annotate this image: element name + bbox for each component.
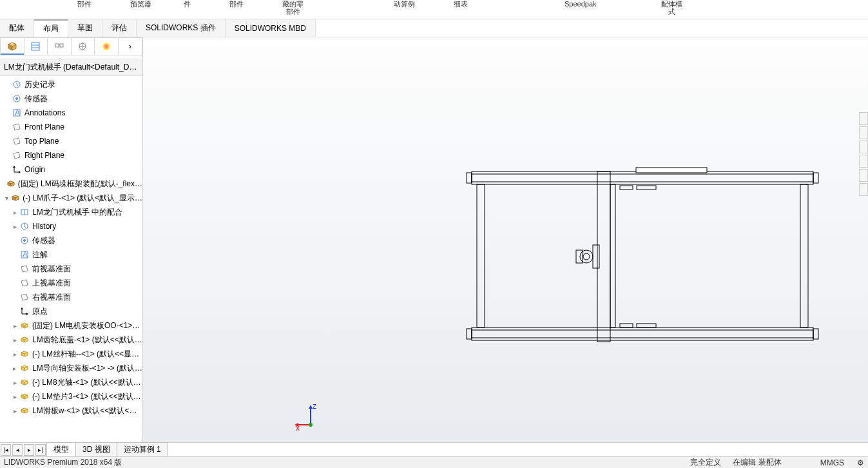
- status-defined: 完全定义: [690, 457, 721, 468]
- svg-text:z: z: [313, 402, 316, 411]
- origin-icon: [12, 164, 22, 175]
- tree-label: 前视基准面: [32, 264, 71, 275]
- tree-node[interactable]: Right Plane: [0, 148, 142, 162]
- assembly-root-node[interactable]: LM龙门式机械手 (Default<Default_D…: [0, 59, 142, 76]
- tree-node[interactable]: ▸LM导向轴安装板-<1> -> (默认…: [0, 361, 142, 375]
- svg-rect-52: [636, 168, 707, 173]
- command-tab-0[interactable]: 配体: [0, 19, 34, 37]
- task-tab[interactable]: [859, 169, 868, 182]
- display-manager-tab[interactable]: [95, 38, 119, 55]
- status-settings-icon[interactable]: ⚙: [857, 458, 864, 467]
- tree-node[interactable]: AAnnotations: [0, 106, 142, 120]
- command-tab-2[interactable]: 草图: [68, 19, 102, 37]
- tree-node[interactable]: 传感器: [0, 92, 142, 106]
- command-tab-4[interactable]: SOLIDWORKS 插件: [137, 19, 226, 37]
- bottom-tab-2[interactable]: 运动算例 1: [117, 442, 168, 457]
- tree-node[interactable]: ▸LM滑板w-<1> (默认<<默认<…: [0, 404, 142, 418]
- asm-icon: [11, 193, 20, 203]
- feature-tree: 历史记录传感器AAnnotationsFront PlaneTop PlaneR…: [0, 76, 142, 445]
- tab-nav-first[interactable]: |◂: [1, 444, 11, 456]
- dimxpert-tab[interactable]: [72, 38, 95, 55]
- tree-label: 右视基准面: [32, 292, 71, 303]
- feature-tree-tab[interactable]: [1, 38, 24, 55]
- tree-node[interactable]: ▾(-) LM爪子-<1> (默认<默认_显示…: [0, 191, 142, 205]
- tree-node[interactable]: 上视基准面: [0, 276, 142, 290]
- tree-node[interactable]: ▸(-) LM丝杆轴--<1> (默认<<显…: [0, 347, 142, 361]
- part-icon: [19, 377, 30, 387]
- svg-rect-56: [637, 324, 656, 327]
- svg-rect-53: [620, 186, 633, 190]
- tree-label: (固定) LM码垛框架装配(默认-_flex…: [18, 179, 142, 190]
- label: 部件: [229, 0, 244, 8]
- tree-node[interactable]: ▸History: [0, 219, 142, 233]
- tree-label: Origin: [24, 165, 45, 174]
- plane-icon: [12, 122, 22, 132]
- label: 细表: [454, 0, 468, 8]
- sensor-icon: [12, 93, 22, 104]
- svg-marker-42: [21, 307, 23, 309]
- tree-node[interactable]: Front Plane: [0, 120, 142, 134]
- tree-node[interactable]: 右视基准面: [0, 290, 142, 304]
- label: 预览器: [130, 0, 151, 8]
- tree-node[interactable]: ▸LM齿轮底盖-<1> (默认<<默认…: [0, 333, 142, 347]
- tree-node[interactable]: (固定) LM码垛框架装配(默认-_flex…: [0, 177, 142, 191]
- tree-label: (-) LM垫片3-<1> (默认<<默认…: [32, 391, 141, 402]
- history-icon: [12, 79, 22, 90]
- drag-handle-icon[interactable]: ○: [58, 55, 62, 63]
- status-units[interactable]: MMGS: [820, 458, 844, 467]
- task-tab[interactable]: [859, 126, 868, 139]
- svg-text:A: A: [23, 250, 28, 259]
- tree-label: Front Plane: [24, 122, 64, 132]
- orientation-triad[interactable]: z x: [294, 402, 327, 434]
- command-tab-1[interactable]: 布局: [34, 19, 68, 37]
- tree-node[interactable]: ▸(-) LM垫片3-<1> (默认<<默认…: [0, 389, 142, 404]
- expand-panel-icon[interactable]: ›: [119, 38, 142, 55]
- svg-rect-47: [472, 330, 813, 338]
- svg-point-69: [309, 423, 313, 427]
- configuration-manager-tab[interactable]: [48, 38, 72, 55]
- plane-icon: [19, 264, 30, 274]
- svg-point-23: [102, 43, 110, 50]
- svg-point-58: [583, 253, 590, 260]
- bottom-tab-1[interactable]: 3D 视图: [75, 442, 117, 457]
- property-manager-tab[interactable]: [24, 38, 48, 55]
- tree-node[interactable]: Top Plane: [0, 134, 142, 148]
- tree-node[interactable]: ▸(-) LM8光轴-<1> (默认<<默认…: [0, 375, 142, 389]
- task-tab[interactable]: [859, 141, 868, 153]
- command-tab-5[interactable]: SOLIDWORKS MBD: [226, 19, 316, 37]
- tab-nav-last[interactable]: ▸|: [35, 444, 46, 456]
- svg-text:A: A: [15, 108, 20, 117]
- svg-point-37: [23, 239, 26, 242]
- model-drawing: [465, 166, 826, 360]
- tree-label: (固定) LM电机安装板OO-<1>…: [32, 320, 140, 331]
- svg-rect-61: [467, 173, 472, 183]
- tree-node[interactable]: 前视基准面: [0, 262, 142, 276]
- panel-tab-bar: ›: [0, 37, 142, 55]
- tab-nav-next[interactable]: ▸: [24, 444, 34, 456]
- tree-node[interactable]: 原点: [0, 304, 142, 318]
- tab-nav-prev[interactable]: ◂: [12, 444, 23, 456]
- tree-label: LM龙门式机械手 中的配合: [32, 207, 122, 218]
- tree-node[interactable]: 历史记录: [0, 77, 142, 92]
- graphics-viewport[interactable]: z x: [143, 37, 868, 455]
- tree-node[interactable]: ▸LM龙门式机械手 中的配合: [0, 205, 142, 219]
- task-tab[interactable]: [859, 183, 868, 196]
- svg-text:x: x: [296, 424, 300, 433]
- tree-node[interactable]: 传感器: [0, 233, 142, 248]
- bottom-tab-0[interactable]: 模型: [46, 442, 76, 457]
- tree-node[interactable]: ▸(固定) LM电机安装板OO-<1>…: [0, 318, 142, 333]
- task-tab[interactable]: [859, 155, 868, 168]
- svg-rect-14: [32, 43, 39, 50]
- tree-label: 传感器: [24, 93, 48, 104]
- svg-point-26: [15, 97, 18, 100]
- history-icon: [19, 221, 30, 231]
- task-tab[interactable]: [859, 112, 868, 125]
- command-tab-3[interactable]: 评估: [102, 19, 137, 37]
- tree-node[interactable]: Origin: [0, 162, 142, 177]
- svg-rect-51: [610, 184, 615, 327]
- svg-rect-62: [813, 173, 818, 183]
- tree-node[interactable]: A注解: [0, 248, 142, 262]
- svg-rect-46: [472, 327, 813, 340]
- tree-label: (-) LM丝杆轴--<1> (默认<<显…: [32, 349, 139, 360]
- plane-icon: [19, 278, 30, 288]
